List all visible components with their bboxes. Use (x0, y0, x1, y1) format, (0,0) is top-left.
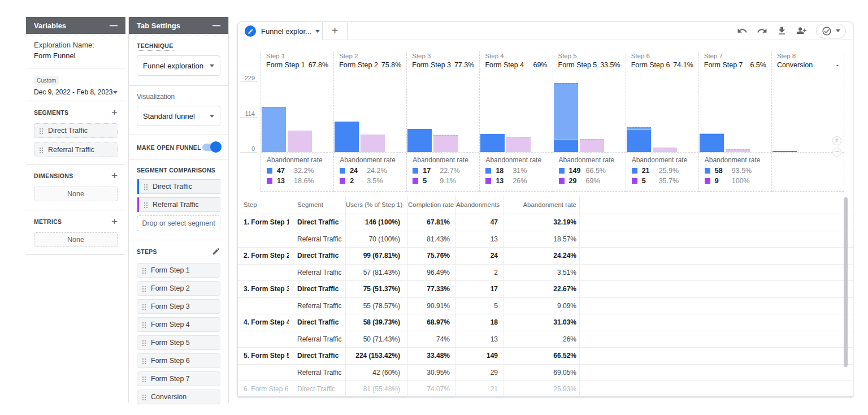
table-row[interactable]: Referral Traffic70 (100%)81.43%1318.57% (238, 231, 853, 248)
referral-traffic-bar[interactable] (653, 148, 677, 152)
zoom-out-button[interactable]: − (832, 148, 841, 157)
add-dimension-button[interactable]: + (111, 171, 118, 180)
table-cell-users: 58 (39.73%) (345, 314, 407, 331)
table-cell-step: 2. Form Step 2 (238, 248, 289, 264)
abandonment-rate-label: Abandonment rate (340, 156, 406, 164)
table-cell-abandonment_rate: 25.93% (504, 381, 580, 397)
table-column-header[interactable]: Abandonment rate (504, 196, 580, 214)
edit-steps-icon[interactable] (212, 247, 220, 256)
table-row[interactable]: 3. Form Step 3Direct Traffic75 (51.37%)7… (238, 281, 853, 298)
funnel-step-chip[interactable]: Form Step 4 (137, 317, 220, 332)
referral-traffic-bar[interactable] (580, 139, 604, 152)
y-axis-tick-label: 0 (251, 145, 255, 152)
funnel-step-chip[interactable]: Form Step 2 (137, 281, 220, 296)
technique-select[interactable]: Funnel exploration (137, 55, 220, 76)
direct-traffic-bar[interactable] (480, 134, 505, 152)
table-cell-segment: Referral Traffic (289, 231, 345, 248)
direct-legend-swatch (340, 168, 345, 174)
direct-abandonment-count: 21 (642, 167, 659, 175)
table-scrollbar[interactable] (844, 197, 848, 367)
funnel-step-chip[interactable]: Form Step 7 (137, 371, 220, 386)
undo-icon[interactable] (737, 25, 748, 36)
table-column-header[interactable]: Users (% of Step 1) (345, 196, 407, 214)
table-row[interactable]: Referral Traffic55 (78.57%)90.91%59.09% (238, 298, 853, 315)
step-column-header: Step 8Conversion- (772, 51, 844, 69)
table-row[interactable]: Referral Traffic57 (81.43%)96.49%23.51% (238, 265, 853, 282)
step-name-label: Form Step 5 (558, 61, 597, 69)
tab-settings-minimize-button[interactable]: — (212, 23, 220, 28)
variables-minimize-button[interactable]: — (110, 23, 118, 28)
date-range-selector[interactable]: Dec 9, 2022 - Feb 8, 2023 (34, 88, 118, 96)
abandonment-direct-row: 5893.5% (705, 167, 771, 175)
funnel-step-chip[interactable]: Form Step 6 (137, 353, 220, 368)
funnel-step-column: Step 5Form Step 533.5%Abandonment rate14… (553, 51, 626, 192)
step-name-label: Form Step 1 (266, 61, 305, 69)
exploration-name-value[interactable]: Form Funnel (34, 51, 118, 60)
step-completion-rate: - (836, 61, 839, 69)
add-metric-button[interactable]: + (111, 217, 118, 226)
status-dropdown-button[interactable] (816, 24, 846, 38)
direct-legend-swatch (632, 168, 637, 174)
table-row[interactable]: 1. Form Step 1Direct Traffic146 (100%)67… (238, 214, 853, 231)
download-icon[interactable] (776, 25, 787, 36)
direct-traffic-bar[interactable] (335, 122, 359, 152)
abandonment-direct-row: 1831% (485, 167, 552, 175)
table-column-header[interactable]: Completion rate (407, 196, 455, 214)
table-cell-completion: 74.07% (407, 381, 455, 397)
funnel-step-label: Form Step 4 (151, 321, 190, 328)
direct-traffic-bar[interactable] (407, 129, 432, 152)
drop-segment-target[interactable]: Drop or select segment (137, 215, 220, 231)
drag-grip-icon (142, 358, 146, 364)
table-cell-completion: 67.81% (407, 214, 455, 231)
funnel-step-chip[interactable]: Conversion (137, 390, 220, 404)
table-cell-abandonment_rate: 22.67% (504, 281, 580, 297)
direct-traffic-bar[interactable] (700, 133, 724, 152)
table-column-header[interactable]: Step (238, 196, 289, 214)
direct-traffic-bar[interactable] (627, 127, 651, 152)
redo-icon[interactable] (757, 25, 767, 36)
visualization-select[interactable]: Standard funnel (137, 106, 220, 126)
step-number-label: Step 8 (777, 53, 839, 59)
table-cell-users: 55 (78.57%) (345, 298, 407, 314)
direct-traffic-bar[interactable] (262, 107, 286, 152)
table-cell-abandonments: 2 (455, 265, 504, 281)
referral-abandonment-rate: 18.6% (294, 177, 314, 185)
person-add-icon[interactable] (796, 25, 807, 36)
segment-chip[interactable]: Direct Traffic (34, 123, 118, 138)
funnel-step-chip[interactable]: Form Step 1 (137, 263, 220, 278)
table-header-filler (580, 196, 853, 214)
segment-comparison-chip[interactable]: Referral Traffic (137, 197, 220, 212)
table-row[interactable]: 4. Form Step 4Direct Traffic58 (39.73%)6… (238, 314, 853, 331)
pencil-icon (248, 28, 254, 34)
add-tab-button[interactable]: + (323, 22, 348, 40)
tab-funnel-exploration[interactable]: Funnel explor... (238, 22, 323, 40)
funnel-step-chip[interactable]: Form Step 5 (137, 335, 220, 350)
table-row[interactable]: 2. Form Step 2Direct Traffic99 (67.81%)7… (238, 248, 853, 265)
table-row[interactable]: 6. Form Step 6Direct Traffic81 (55.48%)7… (238, 381, 853, 398)
direct-traffic-bar[interactable] (554, 83, 578, 152)
funnel-step-label: Form Step 5 (151, 339, 190, 347)
table-column-header[interactable]: Segment (289, 196, 345, 214)
referral-traffic-bar[interactable] (288, 131, 312, 152)
add-segment-button[interactable]: + (111, 108, 118, 117)
table-cell-abandonments: 24 (455, 248, 504, 264)
referral-traffic-bar[interactable] (433, 135, 458, 152)
referral-abandonment-count: 13 (277, 177, 294, 185)
segment-comparison-chip[interactable]: Direct Traffic (137, 179, 220, 194)
referral-traffic-bar[interactable] (361, 135, 385, 152)
table-column-header[interactable]: Abandonments (455, 196, 504, 214)
table-row[interactable]: 5. Form Step 5Direct Traffic224 (153.42%… (238, 348, 853, 365)
table-row[interactable]: Referral Traffic50 (71.43%)74%1326% (238, 331, 853, 348)
referral-traffic-bar[interactable] (506, 137, 531, 152)
segment-chip[interactable]: Referral Traffic (34, 142, 118, 157)
make-open-funnel-toggle[interactable] (202, 144, 220, 151)
table-cell-completion: 33.48% (407, 348, 455, 364)
funnel-step-label: Form Step 6 (151, 357, 190, 365)
table-row[interactable]: Referral Traffic42 (60%)30.95%2969.05% (238, 365, 853, 382)
table-cell-filler (580, 231, 853, 248)
step-number-label: Step 4 (485, 53, 547, 59)
funnel-step-chip[interactable]: Form Step 3 (137, 299, 220, 314)
segment-comparison-label: Referral Traffic (153, 201, 199, 209)
zoom-in-button[interactable]: + (832, 136, 841, 145)
step-column-header: Step 4Form Step 469% (480, 51, 552, 69)
